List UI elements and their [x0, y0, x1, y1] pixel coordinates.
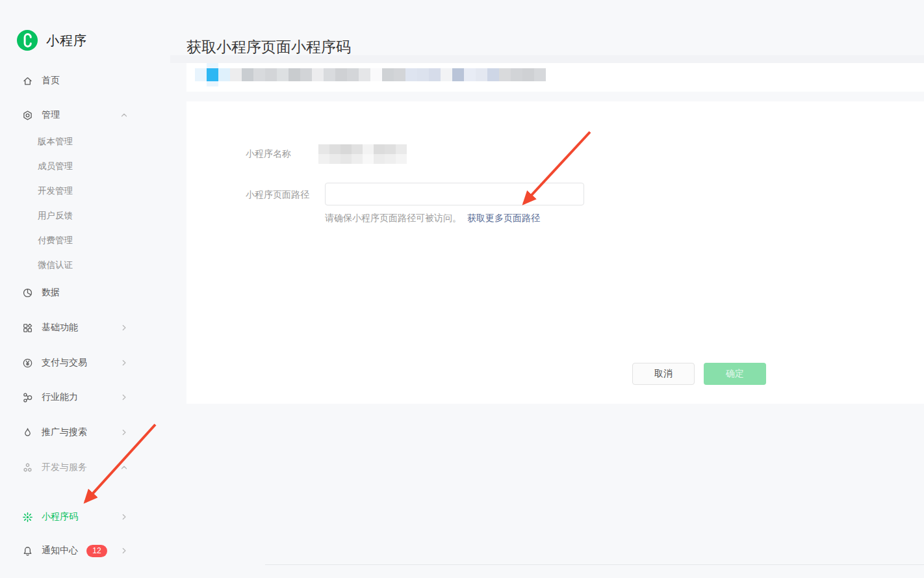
sidebar-subitem-pay-manage[interactable]: 付费管理 — [38, 233, 73, 248]
minicode-suncode-icon — [22, 512, 33, 523]
sidebar: 小程序 首页 管理 版本管理 成员管理 开发管理 用户反馈 付费管理 微信认证 — [0, 0, 170, 578]
sidebar-item-home[interactable]: 首页 — [22, 72, 136, 89]
miniprogram-console-screen: 小程序 首页 管理 版本管理 成员管理 开发管理 用户反馈 付费管理 微信认证 — [0, 0, 924, 578]
chevron-up-icon — [119, 110, 129, 120]
data-icon — [22, 287, 33, 298]
page-path-label: 小程序页面路径 — [246, 189, 309, 201]
sidebar-item-data[interactable]: 数据 — [22, 284, 136, 301]
redacted-miniprogram-name — [318, 144, 407, 164]
promotion-flame-icon — [22, 427, 33, 438]
payment-icon — [22, 358, 33, 369]
miniprogram-name-label: 小程序名称 — [246, 148, 291, 160]
context-bar — [186, 63, 924, 92]
app-logo: 小程序 — [17, 30, 87, 51]
sidebar-item-basic-features[interactable]: 基础功能 — [22, 319, 136, 336]
cancel-button[interactable]: 取消 — [632, 363, 695, 385]
header-separator — [170, 55, 924, 63]
home-icon — [22, 75, 33, 86]
bottom-divider — [265, 564, 924, 565]
features-icon — [22, 322, 33, 334]
sidebar-item-industry-capability[interactable]: 行业能力 — [22, 389, 136, 406]
chevron-right-icon — [119, 512, 129, 522]
sidebar-subitem-dev-manage[interactable]: 开发管理 — [38, 184, 73, 198]
page-path-input[interactable] — [325, 183, 584, 205]
sidebar-item-minicode[interactable]: 小程序码 — [22, 508, 136, 525]
confirm-button[interactable]: 确定 — [704, 363, 766, 385]
notification-count-badge: 12 — [86, 545, 107, 557]
sidebar-subitem-member-manage[interactable]: 成员管理 — [38, 159, 73, 174]
chevron-right-icon — [119, 545, 129, 556]
redacted-context-mosaic — [195, 68, 546, 81]
page-title: 获取小程序页面小程序码 — [186, 37, 351, 57]
dev-services-icon — [22, 462, 33, 473]
chevron-right-icon — [119, 358, 129, 368]
sidebar-item-manage[interactable]: 管理 — [22, 107, 136, 124]
path-helper-text: 请确保小程序页面路径可被访问。 — [325, 213, 461, 223]
chevron-right-icon — [119, 322, 129, 333]
sidebar-subitem-wechat-verify[interactable]: 微信认证 — [38, 258, 73, 272]
manage-icon — [22, 110, 33, 121]
chevron-right-icon — [119, 427, 129, 438]
path-helper-row: 请确保小程序页面路径可被访问。获取更多页面路径 — [325, 213, 540, 224]
sidebar-item-payment-trade[interactable]: 支付与交易 — [22, 354, 136, 371]
chevron-up-icon — [119, 462, 129, 473]
sidebar-subitem-version-manage[interactable]: 版本管理 — [38, 135, 73, 149]
app-logo-label: 小程序 — [46, 32, 87, 49]
sidebar-item-promotion-search[interactable]: 推广与搜索 — [22, 424, 136, 441]
get-minicode-form-card: 小程序名称 小程序页面路径 请确保小程序页面路径可被访问。获取更多页面路径 取消… — [186, 101, 924, 404]
sidebar-subitem-user-feedback[interactable]: 用户反馈 — [38, 209, 73, 223]
get-more-paths-link[interactable]: 获取更多页面路径 — [467, 213, 540, 223]
sidebar-item-notification-center[interactable]: 通知中心 12 — [22, 542, 136, 559]
chevron-right-icon — [119, 392, 129, 402]
miniprogram-logo-icon — [17, 30, 38, 51]
bell-icon — [22, 545, 33, 557]
industry-icon — [22, 392, 33, 403]
sidebar-item-dev-services[interactable]: 开发与服务 — [22, 459, 136, 476]
